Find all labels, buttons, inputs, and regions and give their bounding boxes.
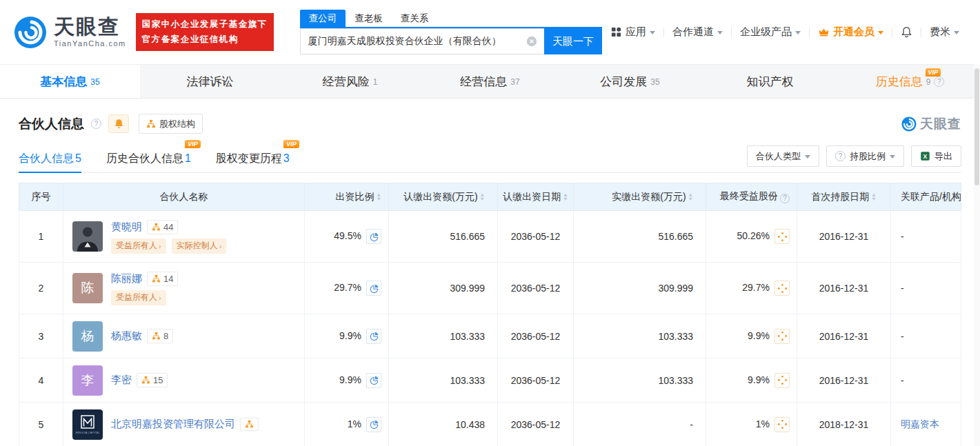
scrollbar[interactable] <box>974 64 980 446</box>
column-label: 序号 <box>32 191 51 202</box>
sort-icon[interactable]: ▲▼ <box>563 193 568 201</box>
clear-icon[interactable] <box>526 36 537 47</box>
search-input[interactable] <box>300 28 544 54</box>
export-label: 导出 <box>934 150 952 163</box>
column-header-首次持股日期[interactable]: 首次持股日期▲▼ <box>797 183 891 211</box>
monitor-bell-button[interactable] <box>108 114 129 133</box>
chevron-down-icon <box>878 31 883 34</box>
nav-tab-label: 法律诉讼 <box>187 74 234 90</box>
pie-chart-icon-button[interactable] <box>366 229 381 244</box>
partners-table: 序号合伙人名称出资比例▲▼认缴出资额(万元)▲▼认缴出资日期▲▼实缴出资额(万元… <box>19 183 961 446</box>
nav-tab-经营信息[interactable]: 经营信息37 <box>420 65 560 98</box>
search-button[interactable]: 天眼一下 <box>544 28 602 54</box>
tag-实际控制人[interactable]: 实际控制人› <box>172 239 227 254</box>
benefit-diamond-icon-button[interactable] <box>774 417 790 432</box>
menu-item-企业级产品[interactable]: 企业级产品 <box>732 26 809 39</box>
sub-tab-合伙人信息[interactable]: 合伙人信息5 <box>19 141 81 172</box>
related-product-value: - <box>901 375 904 386</box>
row-index: 4 <box>19 358 63 403</box>
column-header-认缴出资日期[interactable]: 认缴出资日期▲▼ <box>498 183 574 211</box>
nav-tab-label: 经营信息 <box>460 74 507 90</box>
table-row: 1黄晓明44受益所有人›实际控制人›49.5%516.6652036-05-12… <box>19 211 961 263</box>
tianyancha-page: 天眼查 TianYanCha.com 国家中小企业发展子基金旗下 官方备案企业征… <box>0 0 980 446</box>
search-tab-查老板[interactable]: 查老板 <box>346 10 392 27</box>
equity-penetration-badge[interactable]: 8 <box>147 329 173 343</box>
related-product-link[interactable]: 明嘉资本 <box>901 418 939 429</box>
search-tab-查关系[interactable]: 查关系 <box>392 10 438 27</box>
pie-chart-icon-button[interactable] <box>366 329 381 344</box>
chevron-right-icon: › <box>219 242 222 250</box>
menu-item-合作通道[interactable]: 合作通道 <box>664 26 731 39</box>
section-title: 合伙人信息 <box>19 115 84 133</box>
org-chart-icon <box>152 274 161 283</box>
menu-item-开通会员[interactable]: 开通会员 <box>810 26 892 39</box>
partner-type-dropdown[interactable]: 合伙人类型 <box>747 145 819 167</box>
help-icon: ? <box>934 77 944 87</box>
capital-ratio-cell: 1% <box>305 403 389 446</box>
benefit-diamond-icon-button[interactable] <box>774 229 790 244</box>
search-tab-查公司[interactable]: 查公司 <box>300 10 346 27</box>
partner-name-line: 北京明嘉投资管理有限公司 <box>111 418 259 431</box>
column-header-实缴出资额(万元)[interactable]: 实缴出资额(万元)▲▼ <box>574 183 706 211</box>
equity-penetration-badge[interactable] <box>240 418 259 431</box>
nav-tab-历史信息[interactable]: 历史信息9?VIP <box>840 65 980 98</box>
equity-penetration-badge[interactable]: 15 <box>137 373 168 387</box>
help-icon[interactable]: ? <box>91 119 101 129</box>
column-header-认缴出资额(万元)[interactable]: 认缴出资额(万元)▲▼ <box>389 183 498 211</box>
sub-tab-label: 股权变更历程 <box>216 152 282 164</box>
partner-name-box: 杨惠敏8 <box>111 329 173 343</box>
sub-tab-label: 合伙人信息 <box>19 152 74 164</box>
partner-name-link[interactable]: 陈丽娜 <box>111 272 142 285</box>
column-header-出资比例[interactable]: 出资比例▲▼ <box>305 183 389 211</box>
final-benefit-cell: 9.9% <box>706 314 797 358</box>
equity-structure-button[interactable]: 股权结构 <box>139 114 203 134</box>
sort-icon[interactable]: ▲▼ <box>377 193 381 201</box>
nav-tab-知识产权[interactable]: 知识产权 <box>700 65 840 98</box>
sub-tab-历史合伙人信息[interactable]: 历史合伙人信息1VIP <box>106 141 191 172</box>
pie-chart-icon-button[interactable] <box>366 281 381 296</box>
menu-item-费米[interactable]: 费米 <box>921 26 968 39</box>
nav-tab-基本信息[interactable]: 基本信息35 <box>0 65 140 98</box>
pie-chart-icon-button[interactable] <box>366 417 381 432</box>
sub-tab-股权变更历程[interactable]: 股权变更历程3VIP <box>216 141 290 172</box>
capital-ratio-value: 49.5% <box>334 230 361 241</box>
capital-ratio-value: 1% <box>348 418 361 429</box>
equity-penetration-badge[interactable]: 14 <box>147 272 178 286</box>
partner-name-link[interactable]: 黄晓明 <box>111 221 142 234</box>
pie-chart-icon-button[interactable] <box>366 373 381 388</box>
equity-penetration-badge[interactable]: 44 <box>147 220 178 234</box>
benefit-diamond-icon-button[interactable] <box>774 373 790 388</box>
tag-受益所有人[interactable]: 受益所有人› <box>111 239 166 254</box>
notification-bell-button[interactable] <box>892 26 921 38</box>
sort-icon[interactable]: ▲▼ <box>480 193 485 201</box>
share-ratio-dropdown[interactable]: ? 持股比例 <box>826 145 904 167</box>
company-logo-avatar: MINGJIA CAPITAL <box>72 409 103 440</box>
tianyancha-logo[interactable]: 天眼查 TianYanCha.com <box>14 16 126 49</box>
scrollbar-thumb[interactable] <box>974 68 979 185</box>
row-index: 5 <box>19 403 63 446</box>
column-header-最终受益股份: 最终受益股份? <box>706 183 797 211</box>
benefit-diamond-icon-button[interactable] <box>774 281 790 296</box>
benefit-diamond-icon-button[interactable] <box>774 329 790 344</box>
partner-name-link[interactable]: 杨惠敏 <box>111 330 142 343</box>
equity-structure-label: 股权结构 <box>159 118 195 130</box>
help-icon[interactable]: ? <box>780 194 790 203</box>
nav-tab-法律诉讼[interactable]: 法律诉讼 <box>140 65 280 98</box>
sub-tabs: 合伙人信息5历史合伙人信息1VIP股权变更历程3VIP <box>19 141 314 172</box>
export-button[interactable]: X 导出 <box>911 145 961 167</box>
tag-受益所有人[interactable]: 受益所有人› <box>111 290 166 305</box>
table-row: 2陈陈丽娜14受益所有人›29.7%309.9992036-05-12309.9… <box>19 263 961 314</box>
certification-line-2: 官方备案企业征信机构 <box>142 32 268 47</box>
sort-icon[interactable]: ▲▼ <box>688 193 693 201</box>
search-block: 查公司查老板查关系 天眼一下 <box>300 10 602 54</box>
top-bar: 天眼查 TianYanCha.com 国家中小企业发展子基金旗下 官方备案企业征… <box>0 0 980 64</box>
menu-item-应用[interactable]: 应用 <box>602 26 663 39</box>
partner-name-link[interactable]: 北京明嘉投资管理有限公司 <box>111 418 235 431</box>
nav-tab-公司发展[interactable]: 公司发展35 <box>560 65 700 98</box>
nav-tab-count: 35 <box>90 77 99 87</box>
partner-name-link[interactable]: 李密 <box>111 374 132 387</box>
nav-tab-经营风险[interactable]: 经营风险1 <box>280 65 420 98</box>
partner-name-box: 黄晓明44受益所有人›实际控制人› <box>111 220 226 254</box>
table-controls: 合伙人类型 ? 持股比例 X 导出 <box>747 145 961 172</box>
sort-icon[interactable]: ▲▼ <box>871 193 876 201</box>
